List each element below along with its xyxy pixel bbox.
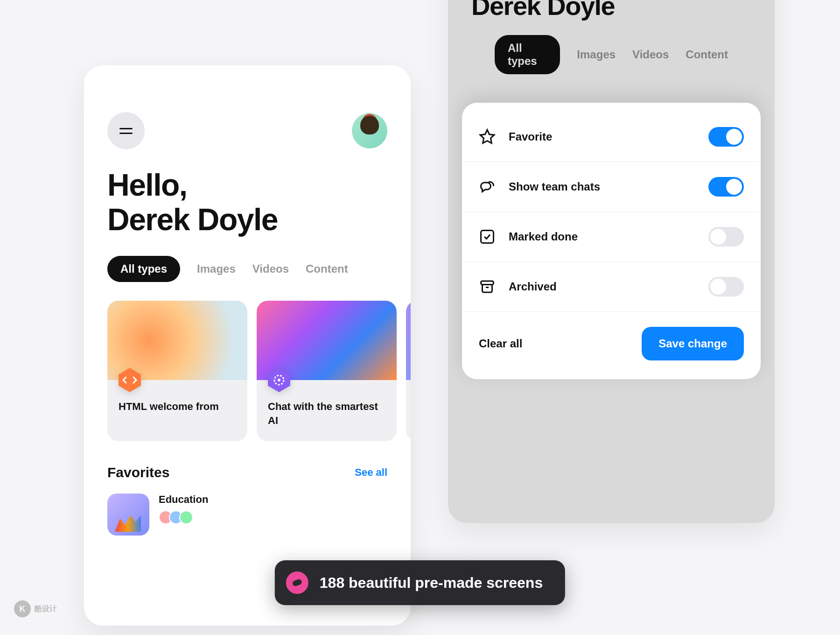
right-name: Derek Doyle [471,0,751,21]
watermark-icon: K [14,600,31,617]
option-marked-done: Marked done [462,212,761,262]
svg-rect-6 [481,281,494,285]
tab-all-types[interactable]: All types [107,256,180,282]
card-image [257,301,397,380]
svg-marker-0 [119,368,141,392]
filter-tabs: All types Images Videos Content [471,35,751,93]
badge-text: 188 beautiful pre-made screens [320,574,543,592]
greeting-line2: Derek Doyle [107,202,278,237]
member-avatars [159,510,208,524]
toggle-team-chats[interactable] [708,177,744,197]
save-change-button[interactable]: Save change [642,327,744,360]
svg-marker-4 [480,130,494,143]
tab-content[interactable]: Content [686,42,728,68]
toggle-favorite[interactable] [708,127,744,147]
card-carousel[interactable]: HTML welcome from Chat with the smartest… [84,301,411,465]
menu-icon [119,128,133,134]
option-favorite: Favorite [462,112,761,162]
option-label: Show team chats [509,180,695,193]
filter-tabs: All types Images Videos Content [84,256,411,301]
option-label: Marked done [509,230,695,243]
card-html-welcome[interactable]: HTML welcome from [107,301,247,441]
home-screen: Hello, Derek Doyle All types Images Vide… [84,65,411,626]
svg-point-3 [278,379,280,381]
card-title: HTML welcome from [119,400,236,414]
favorite-item[interactable]: Education [107,494,387,536]
favorites-title: Favorites [107,465,169,480]
archive-icon [479,278,496,295]
svg-rect-5 [481,231,494,243]
card-image [107,301,247,380]
card-peek[interactable] [406,301,411,441]
card-chat-ai[interactable]: Chat with the smartest AI [257,301,397,441]
option-archived: Archived [462,262,761,312]
star-icon [479,128,496,145]
toggle-archived[interactable] [708,277,744,296]
greeting: Hello, Derek Doyle [84,168,411,256]
options-sheet: Favorite Show team chats Marked done Arc… [462,103,761,379]
see-all-link[interactable]: See all [355,466,387,479]
tab-all-types[interactable]: All types [495,35,560,74]
check-icon [479,228,496,245]
favorite-item-title: Education [159,494,208,506]
watermark: K 酷设计 [14,600,57,617]
promo-badge: 188 beautiful pre-made screens [275,560,565,605]
favorite-thumb [107,494,149,536]
tab-content[interactable]: Content [306,256,348,282]
menu-button[interactable] [107,112,145,149]
avatar[interactable] [352,113,387,148]
tab-videos[interactable]: Videos [632,42,669,68]
tab-images[interactable]: Images [197,256,236,282]
filter-sheet-screen: Derek Doyle All types Images Videos Cont… [448,0,775,523]
watermark-text: 酷设计 [35,604,57,614]
header [84,89,411,168]
card-image [406,301,411,380]
toggle-marked-done[interactable] [708,227,744,247]
tab-images[interactable]: Images [577,42,616,68]
tab-videos[interactable]: Videos [252,256,289,282]
chat-icon [479,178,496,195]
greeting-line1: Hello, [107,168,187,202]
option-label: Favorite [509,130,695,143]
option-label: Archived [509,280,695,293]
pill-icon [286,572,308,594]
ai-hex-icon [266,367,292,393]
favorites-section: Favorites See all Education [84,465,411,536]
sheet-actions: Clear all Save change [462,312,761,379]
card-title: Chat with the smartest AI [268,400,385,427]
clear-all-button[interactable]: Clear all [479,337,522,350]
option-team-chats: Show team chats [462,162,761,212]
code-hex-icon [117,367,143,393]
